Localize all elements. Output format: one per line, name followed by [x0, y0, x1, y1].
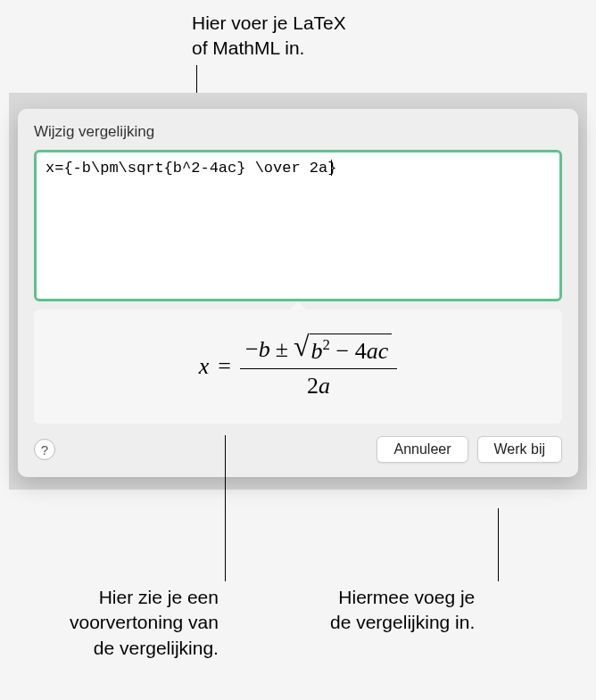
- eq-denominator: 2a: [307, 369, 330, 399]
- help-icon: ?: [41, 442, 48, 457]
- callout-text: Hier voer je LaTeX of MathML in.: [192, 12, 346, 58]
- callout-update-annotation: Hiermee voeg je de vergelijking in.: [330, 585, 475, 636]
- preview-pointer: [289, 301, 307, 310]
- eq-a: a: [367, 338, 378, 364]
- dialog-bottom-pad: [9, 477, 587, 490]
- equation-dialog: Wijzig vergelijking x={-b\pm\sqrt{b^2-4a…: [18, 109, 578, 477]
- help-button[interactable]: ?: [34, 439, 55, 460]
- sqrt-symbol: √: [294, 334, 310, 359]
- callout-line: [498, 508, 499, 581]
- dialog-backdrop: Wijzig vergelijking x={-b\pm\sqrt{b^2-4a…: [9, 93, 587, 490]
- dialog-title: Wijzig vergelijking: [34, 123, 562, 141]
- eq-b: b: [259, 336, 270, 363]
- eq-neg: −: [245, 336, 259, 363]
- eq-fraction: − b ± √ b2 − 4ac 2a: [240, 334, 397, 399]
- eq-b2: b: [311, 338, 323, 364]
- eq-radicand: b2 − 4ac: [310, 334, 393, 365]
- latex-input[interactable]: x={-b\pm\sqrt{b^2-4ac} \over 2a}: [34, 150, 562, 301]
- eq-c: c: [378, 338, 389, 364]
- eq-sqrt: √ b2 − 4ac: [294, 334, 392, 365]
- eq-minus4: − 4: [330, 338, 367, 364]
- callout-line: [225, 435, 226, 581]
- callout-text: Hiermee voeg je de vergelijking in.: [330, 587, 475, 632]
- callout-preview-annotation: Hier zie je een voorvertoning van de ver…: [70, 585, 219, 661]
- text-cursor: [331, 160, 332, 176]
- eq-sup2: 2: [323, 336, 330, 353]
- eq-equals: =: [218, 353, 231, 380]
- eq-den-2: 2: [307, 373, 319, 399]
- eq-plusminus: ±: [270, 336, 294, 363]
- rendered-equation: x = − b ± √ b2 − 4ac: [199, 334, 397, 399]
- callout-text: Hier zie je een voorvertoning van de ver…: [70, 587, 219, 658]
- input-text: x={-b\pm\sqrt{b^2-4ac} \over 2a}: [46, 160, 336, 177]
- cancel-button[interactable]: Annuleer: [377, 436, 468, 463]
- eq-den-a: a: [319, 373, 330, 399]
- update-button[interactable]: Werk bij: [477, 436, 563, 463]
- dialog-button-row: ? Annuleer Werk bij: [34, 436, 562, 463]
- eq-lhs: x: [199, 353, 210, 380]
- equation-preview: x = − b ± √ b2 − 4ac: [34, 309, 562, 424]
- callout-input-annotation: Hier voer je LaTeX of MathML in.: [192, 11, 346, 62]
- eq-numerator: − b ± √ b2 − 4ac: [240, 334, 397, 369]
